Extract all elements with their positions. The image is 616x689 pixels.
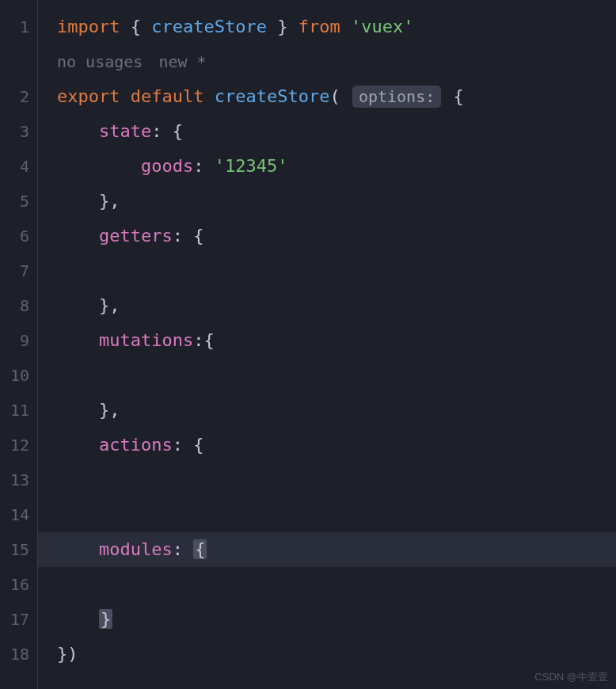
line-number: 11 [0,393,37,428]
code-line[interactable]: state: { [38,114,616,149]
inlay-hint-options[interactable]: options: [352,86,441,108]
identifier-createStore: createStore [151,17,267,36]
code-area[interactable]: import { createStore } from 'vuex' no us… [38,0,616,689]
prop-mutations: mutations [99,330,193,350]
brace-close-matched: } [99,609,112,629]
colon: : [151,121,162,141]
line-number-gutter: 1 2 3 4 5 6 7 8 9 10 11 12 13 14 15 16 1… [0,0,38,689]
code-line[interactable]: goods: '12345' [38,149,616,184]
brace-open: { [131,17,141,36]
brace-close-comma: }, [99,191,120,211]
prop-actions: actions [99,435,173,455]
prop-getters: getters [99,226,173,246]
line-number: 15 [0,532,37,567]
code-line[interactable]: }, [38,393,616,428]
line-number [0,44,37,79]
code-line[interactable]: }, [38,497,616,532]
line-number: 18 [0,637,37,672]
brace-close-comma: }, [99,400,120,420]
keyword-import: import [57,17,120,36]
prop-state: state [99,121,151,141]
line-number: 9 [0,323,37,358]
colon: : [173,539,183,559]
code-line[interactable]: }, [38,288,616,323]
brace-close-comma: }, [99,295,120,315]
line-number: 13 [0,463,37,497]
code-line[interactable]: import { createStore } from 'vuex' [38,10,616,44]
line-number: 2 [0,79,37,114]
colon: : [173,226,183,246]
lightbulb-icon[interactable] [48,504,63,524]
brace-open: { [193,435,203,455]
code-line[interactable] [38,358,616,393]
brace-open-matched: { [193,539,207,559]
line-number: 14 [0,497,37,532]
colon: : [193,330,203,350]
code-line[interactable]: actions: { [38,428,616,463]
line-number: 16 [0,567,37,602]
line-number: 1 [0,10,37,44]
brace-open: { [193,226,203,246]
paren-open: ( [329,86,340,106]
code-line[interactable] [38,567,616,602]
brace-open: { [173,121,183,141]
line-number: 4 [0,149,37,184]
prop-goods: goods [141,156,193,176]
code-annotations: no usages new * [38,44,616,79]
code-line[interactable]: getters: { [38,219,616,253]
code-line[interactable]: }) [38,637,616,672]
colon: : [193,156,203,176]
line-number: 5 [0,184,37,219]
colon: : [173,435,183,455]
line-number: 7 [0,253,37,288]
code-line[interactable]: }, [38,184,616,219]
line-number: 12 [0,428,37,463]
usages-hint[interactable]: no usages [57,44,143,79]
line-number: 10 [0,358,37,393]
keyword-export: export [57,86,120,106]
keyword-default: default [131,86,204,106]
keyword-from: from [298,17,340,36]
line-number: 6 [0,219,37,253]
identifier-createStore: createStore [215,86,330,106]
watermark: CSDN @牛壹壹 [534,670,608,684]
vcs-hint[interactable]: new * [158,44,206,79]
code-line[interactable] [38,253,616,288]
line-number: 8 [0,288,37,323]
brace-close: } [277,17,287,36]
string-vuex: 'vuex' [351,17,413,36]
close-paren: }) [57,644,78,664]
line-number: 17 [0,602,37,637]
code-line[interactable]: mutations:{ [38,323,616,358]
string-goods-val: '12345' [215,156,288,176]
brace-open: { [203,330,214,350]
code-line[interactable]: export default createStore( options: { [38,79,616,114]
code-line[interactable] [38,463,616,497]
line-number: 3 [0,114,37,149]
prop-modules: modules [99,539,173,559]
code-line-current[interactable]: modules: { [38,532,616,567]
code-editor[interactable]: 1 2 3 4 5 6 7 8 9 10 11 12 13 14 15 16 1… [0,0,616,689]
code-line[interactable]: } [38,602,616,637]
brace-open: { [453,86,463,106]
